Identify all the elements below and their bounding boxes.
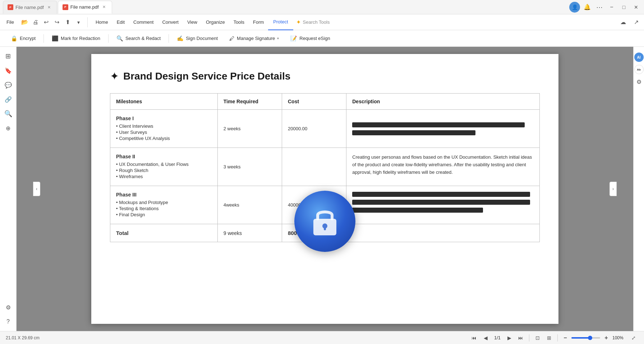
col-milestones: Milestones [110,94,218,110]
phase2-item3: • Wireframes [116,174,212,179]
sidebar-search-btn[interactable]: 🔍 [2,107,15,120]
lock-overlay [294,191,355,252]
phase3-item2: • Testing & Iterations [116,206,212,211]
menu-edit[interactable]: Edit [112,14,129,30]
right-panel-settings[interactable]: ⚙ [634,77,644,86]
nav-prev-page[interactable]: ◀ [481,333,490,343]
redacted-bar-1 [352,122,525,127]
phase3-time: 4weeks [224,202,239,208]
sidebar-thumbnails-btn[interactable]: ⊞ [2,50,15,63]
close-button[interactable]: ✕ [631,2,641,12]
open-file-icon[interactable]: 📂 [20,17,30,27]
encrypt-button[interactable]: 🔒 Encrypt [6,32,41,45]
phase1-name: Phase I [116,116,212,121]
zoom-slider-track[interactable] [571,337,600,339]
sidebar-bookmarks-btn[interactable]: 🔖 [2,64,15,77]
phase1-item3: • Competitive UX Analysis [116,136,212,141]
phase1-cost: 20000.00 [288,126,307,131]
ai-button-2[interactable]: Ab [634,65,644,74]
sidebar-links-btn[interactable]: 🔗 [2,93,15,106]
sign-icon: ✍ [177,35,184,42]
tab-close-1[interactable]: ✕ [46,4,52,10]
phase3-name: Phase III [116,192,212,198]
phase3-item1: • Mockups and Prototype [116,200,212,205]
search-redact-button[interactable]: 🔍 Search & Redact [111,32,166,45]
tab-close-2[interactable]: ✕ [101,4,107,10]
collapse-left-arrow[interactable]: ‹ [33,182,40,196]
tab-label-1: File name.pdf [15,5,44,10]
redo-icon[interactable]: ↪ [52,17,62,27]
undo-icon[interactable]: ↩ [41,17,51,27]
nav-last-page[interactable]: ⏭ [516,333,525,343]
nav-next-page[interactable]: ▶ [505,333,514,343]
page-dimensions: 21.01 X 29.69 cm [6,335,40,340]
zoom-in-btn[interactable]: + [602,334,610,342]
phase2-name: Phase II [116,154,212,159]
collapse-right-arrow[interactable]: › [610,182,617,196]
lock-icon-svg [310,205,339,237]
page-title: Brand Design Service Price Details [123,71,290,82]
sidebar-comments-btn[interactable]: 💬 [2,78,15,91]
sidebar-settings-btn[interactable]: ⚙ [2,301,15,314]
page-indicator: 1/1 [492,335,502,340]
pdf-page: ✦ Brand Design Service Price Details Mil… [91,54,558,324]
print-icon[interactable]: 🖨 [31,17,41,27]
notification-bell[interactable]: 🔔 [582,2,592,12]
menu-home[interactable]: Home [91,14,112,30]
col-description: Description [346,94,540,110]
tab-active[interactable]: P File name.pdf ✕ [58,1,112,14]
more-options-button[interactable]: ⋯ [594,2,604,12]
phase2-time: 3 weeks [224,164,241,169]
phase1-item2: • User Surveys [116,130,212,135]
redacted-bar-3b [352,200,530,205]
redacted-bar-3a [352,192,530,197]
fit-width-btn[interactable]: ⊡ [533,333,542,343]
file-menu[interactable]: File [3,17,18,28]
dropdown-icon[interactable]: ▾ [74,17,84,27]
menu-comment[interactable]: Comment [129,14,158,30]
col-time: Time Required [217,94,282,110]
fullscreen-btn[interactable]: ⤢ [629,333,638,343]
phase2-item2: • Rough Sketch [116,168,212,173]
redact-icon: ⬛ [52,35,59,42]
upload-icon[interactable]: ⬆ [63,17,73,27]
menu-form[interactable]: Form [249,14,268,30]
phase1-item1: • Client Interviews [116,123,212,129]
cloud-icon2[interactable]: ↗ [631,17,641,27]
file-icon: P [8,4,13,10]
tab-label-2: File name.pdf [70,4,99,10]
sparkle-icon: ✦ [110,70,119,82]
sidebar-layers-btn[interactable]: ⊕ [2,122,15,135]
svg-rect-2 [324,227,326,230]
tab-inactive[interactable]: P File name.pdf ✕ [3,1,57,14]
fit-page-btn[interactable]: ⊞ [544,333,554,343]
search-tools-label: Search Tools [303,19,330,25]
search-tools-icon: ✦ [296,19,301,26]
menu-tools[interactable]: Tools [229,14,249,30]
menu-view[interactable]: View [183,14,202,30]
menu-organize[interactable]: Organize [202,14,229,30]
ai-button-1[interactable]: AI [634,53,644,62]
sign-document-button[interactable]: ✍ Sign Document [172,32,223,45]
col-cost: Cost [282,94,346,110]
mark-redaction-button[interactable]: ⬛ Mark for Redaction [47,32,105,45]
menu-convert[interactable]: Convert [158,14,183,30]
manage-signature-button[interactable]: 🖊 Manage Signature ▾ [224,32,284,45]
maximize-button[interactable]: □ [619,2,629,12]
sidebar-help-btn[interactable]: ? [2,315,15,328]
menu-protect[interactable]: Protect [268,14,293,30]
search-redact-icon: 🔍 [116,35,123,42]
avatar[interactable]: 👤 [569,2,580,13]
table-row-phase2: Phase II • UX Documentation, & User Flow… [110,148,540,186]
zoom-level: 100% [612,335,627,340]
cloud-upload-icon[interactable]: ☁ [618,17,628,27]
zoom-slider-thumb [588,336,592,340]
minimize-button[interactable]: − [607,2,617,12]
nav-first-page[interactable]: ⏮ [469,333,479,343]
file-icon-active: P [63,4,68,10]
lock-icon: 🔒 [11,35,18,42]
request-esign-button[interactable]: 📝 Request eSign [285,32,335,45]
phase2-description: Creating user personas and flows based o… [352,154,532,175]
zoom-out-btn[interactable]: − [561,334,569,342]
phase1-time: 2 weeks [224,126,241,131]
